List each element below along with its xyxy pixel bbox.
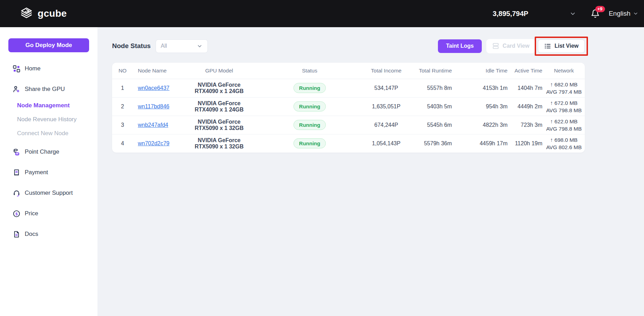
toolbar-actions: Taint Logs Card View — [438, 39, 585, 53]
selected-filter-value: All — [161, 43, 167, 49]
status-badge: Running — [293, 138, 326, 148]
node-table-card: NO Node Name GPU Model Status Total Inco… — [112, 63, 585, 153]
sidebar-item-customer-support[interactable]: Customer Support — [0, 189, 97, 197]
header-active-time: Active Time — [508, 63, 543, 79]
sidebar-item-docs[interactable]: Docs — [0, 230, 97, 238]
sidebar-item-label: Share the GPU — [25, 86, 65, 93]
sidebar-subitem-connect-new-node[interactable]: Connect New Node — [0, 130, 97, 137]
node-name-link[interactable]: wn702d2c79 — [138, 140, 170, 146]
coins-icon — [13, 148, 20, 156]
node-no: 4 — [112, 134, 133, 153]
toolbar: Node Status All Taint Logs — [112, 39, 585, 53]
active-time: 4449h 2m — [508, 97, 543, 116]
node-no: 2 — [112, 97, 133, 116]
node-name-link[interactable]: wnb247afd4 — [138, 122, 168, 128]
total-income: 1,054,143P — [366, 134, 406, 153]
network-upload: ↑ 672.0 MB — [543, 99, 584, 107]
list-view-icon — [544, 43, 551, 50]
card-view-button[interactable]: Card View — [486, 39, 535, 53]
gpu-model: NVIDIA GeForce RTX5090 x 1 32GB — [185, 134, 253, 153]
document-icon — [13, 231, 20, 238]
header-node-name: Node Name — [133, 63, 185, 79]
table-row: 3 wnb247afd4 NVIDIA GeForce RTX5090 x 1 … — [112, 116, 585, 134]
idle-time: 4459h 17m — [453, 134, 508, 153]
sidebar-item-payment[interactable]: Payment — [0, 168, 97, 177]
header-gpu-model: GPU Model — [185, 63, 253, 79]
total-runtime: 5557h 8m — [406, 79, 453, 97]
table-row: 4 wn702d2c79 NVIDIA GeForce RTX5090 x 1 … — [112, 134, 585, 153]
sidebar-item-label: Home — [25, 65, 40, 72]
node-status-filter-select[interactable]: All — [156, 39, 208, 53]
share-gpu-user-gear-icon — [13, 86, 20, 93]
list-view-label: List View — [555, 43, 579, 49]
network-cell: ↑ 622.0 MB AVG 798.8 MB — [543, 116, 585, 134]
active-time: 1120h 19m — [508, 134, 543, 153]
header-network: Network — [543, 63, 585, 79]
network-upload: ↑ 682.0 MB — [543, 81, 584, 88]
sidebar-item-share-gpu[interactable]: Share the GPU — [0, 85, 97, 93]
active-time: 723h 3m — [508, 116, 543, 134]
svg-text:$: $ — [15, 211, 17, 216]
active-time: 1404h 7m — [508, 79, 543, 97]
table-row: 2 wn117bd846 NVIDIA GeForce RTX4090 x 1 … — [112, 97, 585, 116]
status-badge: Running — [293, 83, 326, 93]
gpu-model: NVIDIA GeForce RTX4090 x 1 24GB — [185, 79, 253, 97]
dollar-circle-icon: $ — [13, 210, 20, 217]
go-deploy-mode-button[interactable]: Go Deploy Mode — [8, 38, 89, 52]
total-income: 674,244P — [366, 116, 406, 134]
sidebar: Go Deploy Mode Home — [0, 27, 97, 316]
network-average: AVG 798.8 MB — [543, 125, 584, 132]
sidebar-nav: Home Share the GPU Node Management Node … — [0, 64, 97, 238]
total-runtime: 5579h 36m — [406, 134, 453, 153]
header-no: NO — [112, 63, 133, 79]
network-cell: ↑ 698.0 MB AVG 802.6 MB — [543, 134, 585, 153]
node-name-link[interactable]: wn0ace6437 — [138, 85, 170, 91]
node-status-label: Node Status — [112, 42, 151, 50]
language-label: English — [609, 10, 630, 17]
language-selector[interactable]: English — [609, 10, 638, 17]
table-header-row: NO Node Name GPU Model Status Total Inco… — [112, 63, 585, 79]
status-badge: Running — [293, 101, 326, 111]
node-no: 1 — [112, 79, 133, 97]
network-average: AVG 802.6 MB — [543, 144, 584, 151]
main-content: Node Status All Taint Logs — [97, 27, 644, 316]
navbar-right: 3,895,794P +9 English — [493, 9, 638, 18]
chevron-down-icon — [197, 43, 203, 49]
sidebar-subitem-node-revenue-history[interactable]: Node Revenue History — [0, 116, 97, 123]
points-balance: 3,895,794P — [493, 10, 528, 18]
sidebar-item-label: Customer Support — [25, 190, 73, 196]
sidebar-subitem-node-management[interactable]: Node Management — [0, 102, 97, 109]
sidebar-item-label: Docs — [25, 231, 38, 238]
total-income: 1,635,051P — [366, 97, 406, 116]
node-name-link[interactable]: wn117bd846 — [138, 103, 169, 109]
total-runtime: 5403h 5m — [406, 97, 453, 116]
list-view-button[interactable]: List View — [538, 39, 585, 53]
idle-time: 4153h 1m — [453, 79, 508, 97]
chevron-down-icon — [633, 11, 638, 16]
gpu-model: NVIDIA GeForce RTX5090 x 1 32GB — [185, 116, 253, 134]
share-gpu-sub-menu: Node Management Node Revenue History Con… — [0, 102, 97, 137]
sidebar-item-home[interactable]: Home — [0, 64, 97, 73]
card-view-label: Card View — [503, 43, 529, 49]
total-runtime: 5545h 6m — [406, 116, 453, 134]
network-upload: ↑ 622.0 MB — [543, 118, 584, 125]
card-view-icon — [492, 42, 500, 50]
sidebar-item-label: Payment — [25, 169, 48, 176]
sidebar-item-point-charge[interactable]: Point Charge — [0, 148, 97, 156]
network-cell: ↑ 672.0 MB AVG 798.8 MB — [543, 97, 585, 116]
node-table-body: 1 wn0ace6437 NVIDIA GeForce RTX4090 x 1 … — [112, 79, 585, 153]
header-total-income: Total Income — [366, 63, 406, 79]
header-total-runtime: Total Runtime — [406, 63, 453, 79]
headset-icon — [13, 190, 20, 197]
sidebar-item-price[interactable]: $ Price — [0, 209, 97, 218]
notification-bell-button[interactable]: +9 — [591, 9, 600, 18]
home-dashboard-icon — [13, 65, 20, 72]
node-table: NO Node Name GPU Model Status Total Inco… — [112, 63, 585, 153]
header-status: Status — [253, 63, 366, 79]
total-income: 534,147P — [366, 79, 406, 97]
taint-logs-button[interactable]: Taint Logs — [438, 39, 482, 53]
idle-time: 954h 3m — [453, 97, 508, 116]
chevron-down-icon[interactable] — [570, 10, 576, 17]
receipt-icon — [13, 169, 20, 176]
network-average: AVG 798.8 MB — [543, 107, 584, 114]
